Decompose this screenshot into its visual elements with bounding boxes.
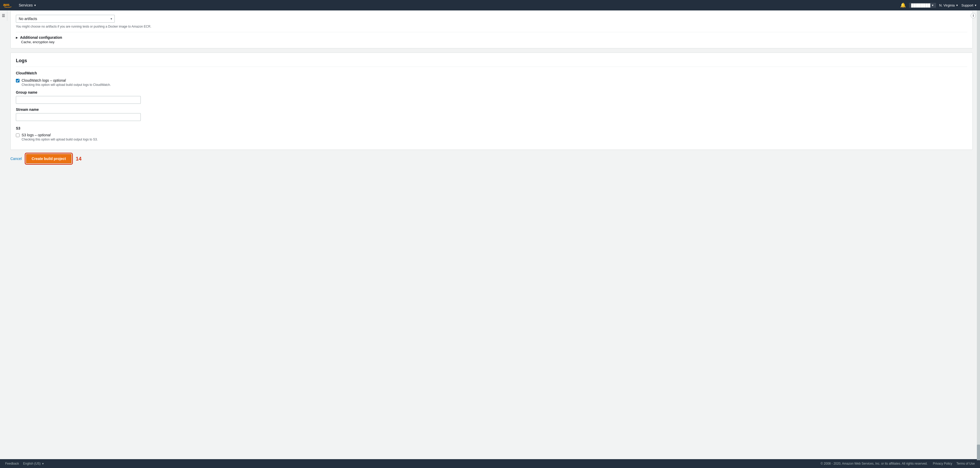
- account-label: ████████: [911, 3, 930, 7]
- content-area: No artifacts You might choose no artifac…: [0, 10, 980, 459]
- notification-bell-icon[interactable]: 🔔: [900, 2, 906, 8]
- cloudwatch-logs-desc: Checking this option will upload build o…: [22, 83, 967, 87]
- aws-logo-text: aws: [3, 2, 13, 9]
- bottom-bar: Feedback English (US) ▼ © 2008 - 2020, A…: [0, 459, 980, 468]
- aws-logo[interactable]: aws: [3, 2, 13, 9]
- copyright-text: © 2008 - 2020, Amazon Web Services, Inc.…: [821, 462, 928, 465]
- additional-config-triangle-icon: ▶: [16, 36, 18, 39]
- group-name-label: Group name: [16, 90, 967, 94]
- top-nav: aws Services ▼ 🔔 ████████ ▼ N. Virginia …: [0, 0, 980, 10]
- s3-checkbox-row: S3 logs – optional Checking this option …: [16, 133, 967, 141]
- step-number: 14: [76, 156, 81, 162]
- additional-config-section: ▶ Additional configuration Cache, encryp…: [16, 32, 967, 44]
- language-selector[interactable]: English (US) ▼: [23, 462, 44, 465]
- language-arrow: ▼: [41, 462, 44, 465]
- cloudwatch-checkbox-row: CloudWatch logs – optional Checking this…: [16, 78, 967, 87]
- main-wrapper: No artifacts You might choose no artifac…: [0, 10, 980, 459]
- cloudwatch-logs-optional: – optional: [49, 78, 66, 83]
- artifacts-type-select[interactable]: No artifacts: [16, 15, 115, 22]
- nav-right: 🔔 ████████ ▼ N. Virginia ▼ Support ▼: [900, 2, 977, 8]
- additional-config-title: Additional configuration: [20, 35, 62, 40]
- services-label: Services: [19, 3, 33, 7]
- footer-actions: Cancel Create build project 14: [10, 154, 973, 163]
- s3-checkbox-content: S3 logs – optional Checking this option …: [22, 133, 967, 141]
- support-arrow: ▼: [974, 4, 977, 7]
- bottom-links: Privacy Policy Terms of Use: [933, 462, 975, 465]
- language-label: English (US): [23, 462, 41, 465]
- sidebar-toggle[interactable]: ☰: [0, 10, 7, 21]
- scroll-thumb[interactable]: [977, 444, 980, 460]
- create-build-project-button[interactable]: Create build project: [26, 154, 72, 163]
- services-arrow: ▼: [34, 4, 37, 7]
- region-arrow: ▼: [956, 4, 958, 7]
- s3-logs-label[interactable]: S3 logs – optional: [22, 133, 51, 137]
- feedback-link[interactable]: Feedback: [5, 462, 19, 465]
- artifacts-type-select-wrapper: No artifacts: [16, 15, 115, 22]
- account-arrow: ▼: [931, 4, 934, 7]
- account-menu[interactable]: ████████ ▼: [909, 3, 936, 8]
- s3-logs-desc: Checking this option will upload build o…: [22, 138, 967, 141]
- s3-logs-checkbox[interactable]: [16, 134, 19, 137]
- additional-config-toggle[interactable]: ▶ Additional configuration: [16, 35, 967, 40]
- cloudwatch-checkbox-content: CloudWatch logs – optional Checking this…: [22, 78, 967, 87]
- s3-section-title: S3: [16, 126, 967, 131]
- support-menu[interactable]: Support ▼: [961, 3, 977, 7]
- svg-text:aws: aws: [3, 3, 10, 7]
- s3-logs-optional: – optional: [34, 133, 51, 137]
- logs-title: Logs: [16, 58, 967, 67]
- scrollbar[interactable]: [977, 10, 980, 460]
- support-label: Support: [961, 3, 974, 7]
- terms-of-use-link[interactable]: Terms of Use: [956, 462, 975, 465]
- menu-icon: ☰: [2, 14, 5, 18]
- additional-config-sub: Cache, encryption key: [21, 40, 967, 44]
- region-label: N. Virginia: [939, 3, 955, 7]
- cancel-button[interactable]: Cancel: [10, 157, 22, 161]
- region-menu[interactable]: N. Virginia ▼: [939, 3, 958, 7]
- cloudwatch-section-title: CloudWatch: [16, 71, 967, 75]
- artifacts-select-row: No artifacts: [16, 15, 967, 22]
- artifacts-card: No artifacts You might choose no artifac…: [10, 10, 973, 48]
- privacy-policy-link[interactable]: Privacy Policy: [933, 462, 953, 465]
- artifacts-note: You might choose no artifacts if you are…: [16, 25, 967, 29]
- stream-name-input[interactable]: [16, 113, 141, 121]
- logs-card: Logs CloudWatch CloudWatch logs – option…: [10, 53, 973, 150]
- info-icon[interactable]: ℹ: [970, 13, 976, 18]
- s3-logs-text: S3 logs: [22, 133, 34, 137]
- cloudwatch-logs-text: CloudWatch logs: [22, 78, 49, 83]
- services-menu[interactable]: Services ▼: [17, 2, 38, 8]
- s3-section: S3 S3 logs – optional Checking this opti…: [16, 126, 967, 141]
- stream-name-label: Stream name: [16, 107, 967, 111]
- group-name-input[interactable]: [16, 96, 141, 104]
- cloudwatch-logs-label[interactable]: CloudWatch logs – optional: [22, 78, 66, 83]
- cloudwatch-logs-checkbox[interactable]: [16, 79, 19, 83]
